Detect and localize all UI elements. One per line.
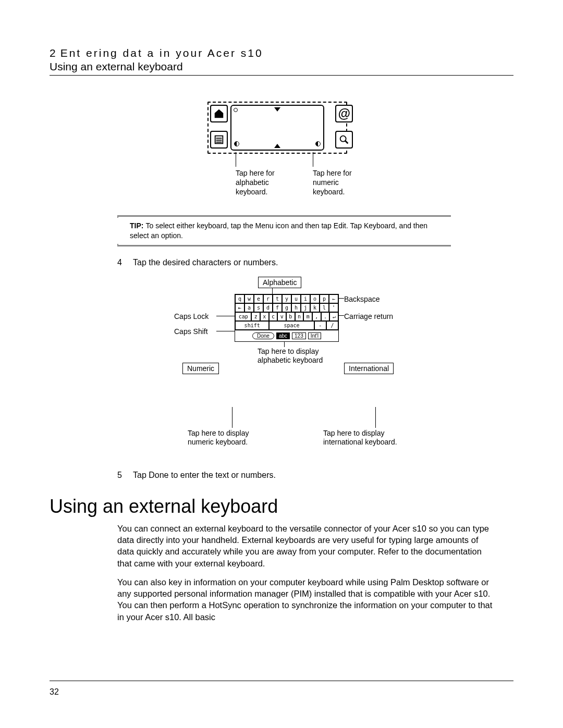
- backspace-label: Backspace: [344, 295, 380, 304]
- key: a: [244, 303, 254, 312]
- leader-line: [216, 331, 235, 331]
- key: z: [251, 312, 260, 321]
- space-key: space: [269, 321, 314, 330]
- page-number: 32: [50, 687, 59, 697]
- carriage-return-label: Carriage return: [344, 312, 393, 322]
- step-text: Tap Done to enter the text or numbers.: [133, 471, 276, 480]
- numeric-caption: Tap here for numeric keyboard.: [313, 168, 370, 197]
- contrast-icon: [234, 141, 239, 146]
- arrow-up-icon: [274, 144, 280, 148]
- step-number: 4: [117, 258, 133, 267]
- key: ': [329, 303, 338, 312]
- shift-key: shift: [235, 321, 269, 330]
- key: -: [314, 321, 326, 330]
- step-5: 5 Tap Done to enter the text or numbers.: [117, 471, 513, 480]
- at-icon: @: [335, 105, 353, 122]
- leader-line: [284, 342, 285, 347]
- key: m: [303, 312, 312, 321]
- step-number: 5: [117, 471, 133, 480]
- at-glyph: @: [338, 106, 350, 121]
- key: r: [263, 294, 273, 303]
- key: ,: [312, 312, 321, 321]
- key: x: [260, 312, 269, 321]
- svg-line-5: [345, 141, 348, 144]
- leader-line: [232, 407, 232, 428]
- graffiti-screen: [230, 105, 324, 151]
- leader-line: [272, 288, 273, 294]
- leader-line: [216, 316, 235, 316]
- contrast-icon: [315, 141, 321, 146]
- key: s: [254, 303, 263, 312]
- key: t: [273, 294, 282, 303]
- key-row: cap z x c v b n m , . ↵: [235, 312, 338, 321]
- find-icon: [335, 131, 353, 149]
- key: v: [277, 312, 286, 321]
- page-header: 2Ent ering dat a in your Acer s10 Using …: [50, 47, 513, 76]
- key: d: [263, 303, 273, 312]
- key: h: [291, 303, 301, 312]
- key: k: [310, 303, 320, 312]
- key-row: shift space - /: [235, 321, 338, 330]
- 123-tab: 123: [292, 332, 306, 339]
- key: p: [320, 294, 329, 303]
- intl-tab: Int'l: [308, 332, 321, 339]
- key-row: q w e r t y u i o p ←: [235, 294, 338, 303]
- done-button: Done: [252, 332, 274, 339]
- numeric-box-label: Numeric: [182, 363, 219, 374]
- caps-shift-label: Caps Shift: [174, 327, 208, 337]
- chapter-title: Ent ering dat a in your Acer s10: [60, 47, 263, 59]
- key: f: [273, 303, 282, 312]
- keyboard-diagram: Alphabetic Numeric International Caps Lo…: [156, 277, 407, 459]
- dot-icon: [234, 108, 238, 112]
- key: c: [269, 312, 278, 321]
- tap-numeric-label: Tap here to display numeric keyboard.: [188, 429, 271, 447]
- key: q: [235, 294, 244, 303]
- alpha-box-label: Alphabetic: [258, 277, 301, 288]
- key: ⇤: [235, 303, 244, 312]
- leader-line: [339, 315, 344, 316]
- step-text: Tap the desired characters or numbers.: [133, 258, 278, 267]
- leader-line: [375, 407, 376, 428]
- section-para-1: You can connect an external keyboard to …: [117, 523, 493, 569]
- leader-line: [313, 152, 313, 167]
- intl-box-label: International: [344, 363, 394, 374]
- key-row: ⇤ a s d f g h j k l ': [235, 303, 338, 312]
- chapter-number: 2: [50, 47, 57, 59]
- chapter-subhead: Using an external keyboard: [50, 60, 513, 73]
- tip-label: TIP:: [130, 221, 143, 230]
- key: y: [282, 294, 291, 303]
- key: o: [310, 294, 320, 303]
- key: j: [301, 303, 310, 312]
- key: b: [286, 312, 295, 321]
- section-title: Using an external keyboard: [50, 496, 513, 517]
- key: .: [321, 312, 330, 321]
- tip-text: To select either keyboard, tap the Menu …: [130, 221, 427, 240]
- key: i: [301, 294, 310, 303]
- arrow-down-icon: [274, 107, 280, 112]
- section-para-2: You can also key in information on your …: [117, 576, 493, 623]
- chapter-line: 2Ent ering dat a in your Acer s10: [50, 47, 513, 59]
- graffiti-area-diagram: @ Tap here for alphabetic keyboard. Tap …: [203, 102, 360, 201]
- caps-lock-label: Caps Lock: [174, 312, 209, 322]
- key: /: [326, 321, 338, 330]
- onscreen-keyboard: q w e r t y u i o p ← ⇤ a s d f g h j k …: [235, 294, 339, 342]
- backspace-key: ←: [329, 294, 338, 303]
- key: l: [320, 303, 329, 312]
- key: n: [295, 312, 304, 321]
- key: g: [282, 303, 291, 312]
- menu-icon: [210, 131, 228, 149]
- leader-line: [236, 152, 236, 167]
- header-rule: [50, 75, 513, 76]
- tip-block: TIP:To select either keyboard, tap the M…: [117, 215, 451, 246]
- key: u: [291, 294, 301, 303]
- keyboard-mode-strip: Done abc 123 Int'l: [235, 330, 338, 341]
- leader-line: [339, 298, 344, 299]
- key: w: [244, 294, 254, 303]
- step-4: 4 Tap the desired characters or numbers.: [117, 258, 513, 267]
- tap-intl-label: Tap here to display international keyboa…: [323, 429, 412, 447]
- cap-key: cap: [235, 312, 251, 321]
- home-icon: [210, 105, 228, 122]
- key: e: [254, 294, 263, 303]
- footer-rule: [50, 681, 513, 681]
- tap-alpha-label: Tap here to display alphabetic keyboard: [258, 347, 346, 365]
